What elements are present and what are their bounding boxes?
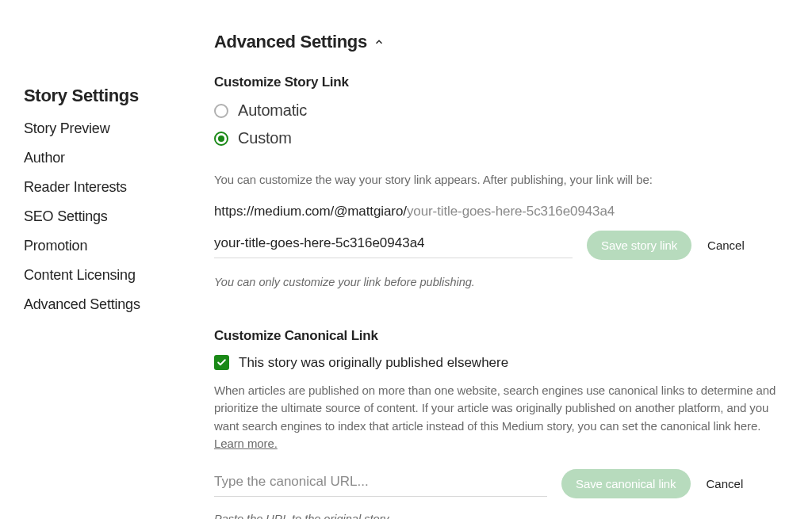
sidebar-item-promotion[interactable]: Promotion [24, 238, 214, 254]
radio-icon [214, 104, 228, 118]
radio-icon-selected [214, 132, 228, 146]
sidebar-item-story-preview[interactable]: Story Preview [24, 120, 214, 137]
section-toggle-advanced-settings[interactable]: Advanced Settings [214, 32, 785, 52]
sidebar-item-advanced-settings[interactable]: Advanced Settings [24, 296, 214, 313]
canonical-checkbox-row[interactable]: This story was originally published else… [214, 355, 785, 371]
save-canonical-link-button[interactable]: Save canonical link [561, 469, 691, 498]
canonical-help: When articles are published on more than… [214, 382, 785, 453]
canonical-help2: Paste the URL to the original story. [214, 513, 547, 520]
canonical-checkbox-label: This story was originally published else… [239, 355, 508, 371]
radio-custom-label: Custom [238, 129, 292, 147]
sidebar-item-reader-interests[interactable]: Reader Interests [24, 179, 214, 196]
canonical-title: Customize Canonical Link [214, 328, 785, 344]
cancel-canonical-link-button[interactable]: Cancel [707, 477, 744, 490]
radio-custom[interactable]: Custom [214, 129, 785, 147]
checkbox-checked-icon [214, 355, 229, 370]
radio-automatic-label: Automatic [238, 101, 307, 120]
chevron-up-icon [373, 36, 385, 48]
sidebar-item-author[interactable]: Author [24, 150, 214, 166]
story-link-url-base: https://medium.com/@mattgiaro/ [214, 204, 407, 219]
story-link-help1: You can customize the way your story lin… [214, 171, 785, 189]
check-icon [216, 357, 227, 368]
cancel-story-link-button[interactable]: Cancel [707, 239, 745, 252]
story-link-title: Customize Story Link [214, 74, 785, 90]
story-link-url-preview: https://medium.com/@mattgiaro/your-title… [214, 204, 785, 219]
customize-story-link-section: Customize Story Link Automatic Custom Yo… [214, 74, 785, 288]
save-story-link-button[interactable]: Save story link [587, 231, 691, 260]
canonical-url-input[interactable] [214, 469, 547, 497]
story-link-slug-input[interactable] [214, 231, 573, 258]
sidebar-item-content-licensing[interactable]: Content Licensing [24, 267, 214, 284]
customize-canonical-section: Customize Canonical Link This story was … [214, 328, 785, 520]
story-link-help2: You can only customize your link before … [214, 276, 573, 288]
story-link-url-slug: your-title-goes-here-5c316e0943a4 [407, 204, 615, 219]
section-title-text: Advanced Settings [214, 32, 367, 52]
sidebar: Story Settings Story Preview Author Read… [24, 32, 214, 519]
sidebar-item-seo-settings[interactable]: SEO Settings [24, 208, 214, 225]
main-content: Advanced Settings Customize Story Link A… [214, 32, 788, 519]
learn-more-link[interactable]: Learn more. [214, 437, 278, 450]
sidebar-title: Story Settings [24, 86, 214, 106]
radio-automatic[interactable]: Automatic [214, 101, 785, 120]
